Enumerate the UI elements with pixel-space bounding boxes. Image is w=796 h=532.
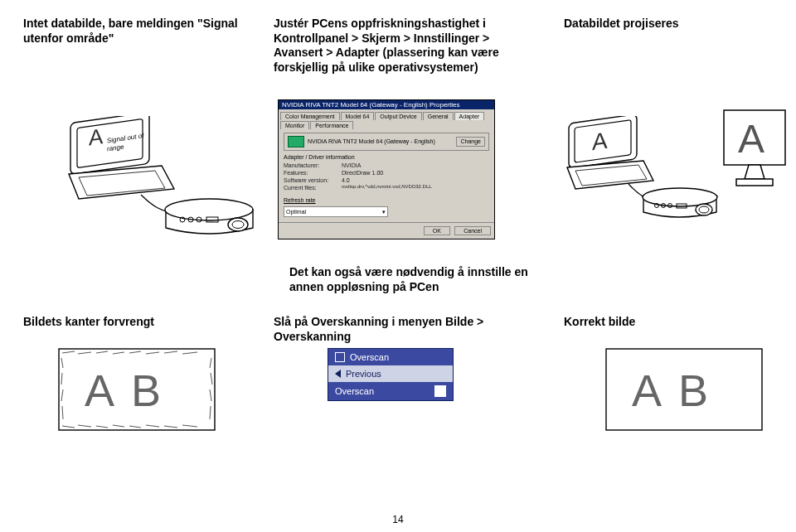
kv-row: Manufacturer:NVIDIA <box>284 162 489 169</box>
osd-item-label: Overscan <box>350 352 389 362</box>
dialog-tab[interactable]: Color Management <box>280 112 340 120</box>
illustration-clean-AB: A B <box>605 348 763 431</box>
display-properties-dialog: NVIDIA RIVA TNT2 Model 64 (Gateway - Eng… <box>278 99 495 239</box>
svg-point-13 <box>699 206 709 213</box>
row1-mid-text-body: Justér PCens oppfriskningshastighet i Ko… <box>274 17 539 75</box>
ok-button[interactable]: OK <box>424 226 450 235</box>
dialog-tab[interactable]: Monitor <box>280 121 309 129</box>
dialog-tab-active[interactable]: Adapter <box>454 112 485 120</box>
dialog-tabs: Color Management Model 64 Output Device … <box>279 109 494 129</box>
osd-item-previous[interactable]: Previous <box>328 365 453 382</box>
osd-menu: Overscan Previous Overscan <box>328 348 454 401</box>
dialog-body: NVIDIA RIVA TNT2 Model 64 (Gateway - Eng… <box>279 129 494 222</box>
change-button[interactable]: Change <box>456 137 485 146</box>
chevron-down-icon: ▾ <box>382 208 386 215</box>
refresh-rate-box: Refresh rate Optimal ▾ <box>284 196 489 216</box>
illustration-distorted-AB: A B <box>58 348 216 431</box>
svg-point-4 <box>232 221 244 229</box>
distorted-AB-text: A B <box>85 365 164 415</box>
refresh-rate-label: Refresh rate <box>284 196 489 204</box>
illustration-laptop-projector-right: A <box>564 116 721 252</box>
kv-row: Features:DirectDraw 1.00 <box>284 169 489 177</box>
laptop-screen-A-right: A <box>592 128 608 156</box>
dialog-tab[interactable]: Output Device <box>375 112 421 120</box>
illustration-laptop-projector-left: A Signal out of range <box>62 116 261 252</box>
refresh-rate-select[interactable]: Optimal ▾ <box>284 206 388 217</box>
row1-mid-text: Justér PCens oppfriskningshastighet i Ko… <box>274 17 539 75</box>
dialog-button-bar: OK Cancel <box>279 222 494 239</box>
adapter-chip-icon <box>288 136 304 148</box>
osd-item-label: Previous <box>346 369 381 379</box>
osd-item-label: Overscan <box>335 386 374 396</box>
triangle-left-icon <box>335 370 341 378</box>
checkbox-icon <box>434 385 446 397</box>
illustration-monitor-A: A <box>721 108 788 202</box>
dialog-tab[interactable]: Model 64 <box>341 112 375 120</box>
kv-row: Software version:4.0 <box>284 177 489 184</box>
row2-mid-heading: Slå på Overskanning i menyen Bilde > Ove… <box>274 315 522 344</box>
dialog-tab[interactable]: General <box>423 112 454 120</box>
osd-item-overscan-top[interactable]: Overscan <box>328 349 453 365</box>
cancel-button[interactable]: Cancel <box>454 226 491 235</box>
dialog-tab[interactable]: Performance <box>310 121 353 129</box>
adapter-name: NVIDIA RIVA TNT2 Model 64 (Gateway - Eng… <box>308 138 456 145</box>
row2-right-heading: Korrekt bilde <box>564 315 635 328</box>
dialog-section-label: Adapter / Driver information <box>284 153 489 161</box>
row1-right-heading: Databildet projiseres <box>564 17 771 31</box>
dialog-titlebar: NVIDIA RIVA TNT2 Model 64 (Gateway - Eng… <box>279 100 494 109</box>
clean-AB-text: A B <box>632 365 711 415</box>
page-root: Intet databilde, bare meldingen "Signal … <box>0 0 796 532</box>
laptop-screen-A-left: A <box>89 123 104 150</box>
row1-tip-text: Det kan også være nødvendig å innstille … <box>289 265 538 294</box>
row2-left-heading: Bildets kanter forvrengt <box>23 315 154 328</box>
row1-left-heading-text: Intet databilde, bare meldingen "Signal … <box>23 17 255 46</box>
page-number: 14 <box>0 514 796 525</box>
row1-right-heading-text: Databildet projiseres <box>564 17 771 31</box>
monitor-A-text: A <box>738 117 764 161</box>
dialog-adapter-card: NVIDIA RIVA TNT2 Model 64 (Gateway - Eng… <box>284 133 489 151</box>
row1-left-heading: Intet databilde, bare meldingen "Signal … <box>23 17 255 46</box>
kv-row: Current files:nvdisp.drv,*vdd,nvmini.vxd… <box>284 184 489 191</box>
square-icon <box>335 352 345 362</box>
osd-item-overscan-bottom[interactable]: Overscan <box>328 382 453 400</box>
svg-rect-19 <box>736 179 773 186</box>
refresh-rate-value: Optimal <box>286 208 306 215</box>
